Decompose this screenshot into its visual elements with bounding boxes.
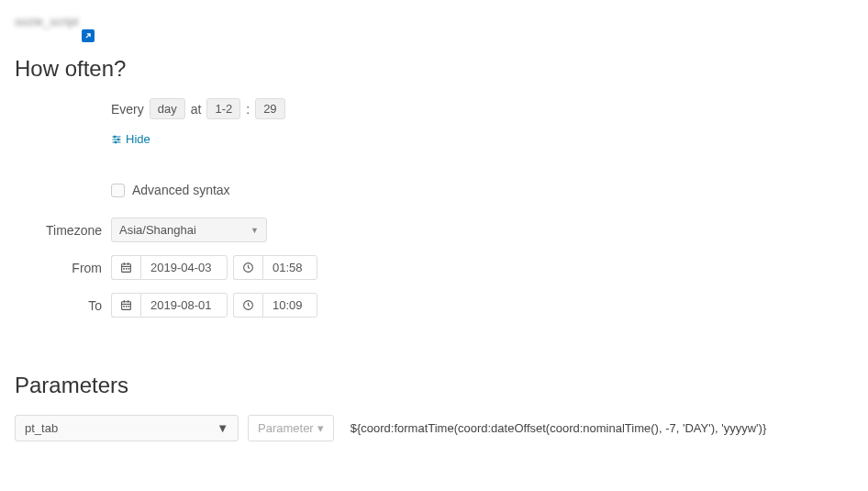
svg-point-3 <box>114 136 116 138</box>
clock-icon[interactable] <box>233 255 262 280</box>
svg-rect-8 <box>124 262 125 265</box>
svg-rect-17 <box>128 300 128 303</box>
svg-rect-16 <box>124 300 125 303</box>
parameter-name-value: pt_tab <box>25 421 58 435</box>
clock-icon[interactable] <box>233 293 262 318</box>
to-label: To <box>15 298 111 313</box>
schedule-row: Every day at 1-2 : 29 <box>111 98 853 119</box>
calendar-icon[interactable] <box>111 255 140 280</box>
frequency-unit[interactable]: day <box>150 98 185 119</box>
to-time-input[interactable]: 10:09 <box>262 293 317 318</box>
from-label: From <box>15 261 111 275</box>
calendar-icon[interactable] <box>111 293 140 318</box>
advanced-syntax-checkbox[interactable] <box>111 184 125 197</box>
svg-rect-9 <box>128 262 128 265</box>
advanced-syntax-label: Advanced syntax <box>132 183 230 197</box>
workflow-link[interactable]: oozie_script <box>15 15 78 28</box>
timezone-select[interactable]: Asia/Shanghai ▼ <box>111 218 267 242</box>
parameters-heading: Parameters <box>15 373 853 398</box>
svg-rect-12 <box>128 268 130 270</box>
svg-point-4 <box>117 139 119 140</box>
parameter-type-button[interactable]: Parameter ▾ <box>248 415 334 441</box>
chevron-down-icon: ▼ <box>217 421 228 435</box>
from-date-input[interactable]: 2019-04-03 <box>140 255 228 280</box>
hours-field[interactable]: 1-2 <box>206 98 240 119</box>
minutes-field[interactable]: 29 <box>255 98 284 119</box>
timezone-value: Asia/Shanghai <box>119 223 196 237</box>
to-date-input[interactable]: 2019-08-01 <box>140 293 228 318</box>
svg-rect-19 <box>126 306 128 307</box>
parameter-name-select[interactable]: pt_tab ▼ <box>15 415 239 441</box>
sliders-icon <box>111 134 122 145</box>
hide-toggle[interactable]: Hide <box>111 132 853 146</box>
time-separator: : <box>246 102 250 117</box>
every-label: Every <box>111 102 144 117</box>
hide-label: Hide <box>126 132 150 146</box>
at-label: at <box>191 102 202 117</box>
external-link-icon[interactable] <box>82 29 95 42</box>
svg-rect-10 <box>123 268 125 270</box>
chevron-down-icon: ▾ <box>317 421 324 435</box>
svg-rect-20 <box>128 306 130 307</box>
svg-rect-11 <box>126 268 128 270</box>
parameter-value: ${coord:formatTime(coord:dateOffset(coor… <box>351 421 767 435</box>
parameter-type-label: Parameter <box>258 421 314 435</box>
how-often-heading: How often? <box>15 56 853 82</box>
svg-point-5 <box>115 141 117 143</box>
svg-rect-18 <box>123 306 125 307</box>
timezone-label: Timezone <box>15 223 111 238</box>
chevron-down-icon: ▼ <box>250 226 259 235</box>
from-time-input[interactable]: 01:58 <box>262 255 317 280</box>
